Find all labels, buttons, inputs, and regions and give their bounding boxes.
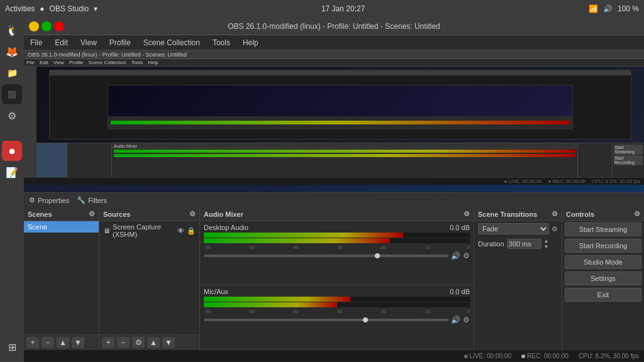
nested-inner-preview bbox=[50, 75, 631, 139]
desktop-audio-label: Desktop Audio bbox=[204, 224, 248, 231]
desktop-volume-slider[interactable] bbox=[204, 255, 448, 257]
nested-bottom-panels: Audio Mixer Start Streaming Start Record… bbox=[36, 143, 644, 177]
close-button[interactable] bbox=[54, 21, 64, 31]
volume-icon: 🔊 bbox=[603, 4, 613, 13]
sources-title: Sources bbox=[103, 211, 130, 218]
settings-button[interactable]: Settings bbox=[565, 272, 641, 285]
source-config-button[interactable]: ⚙ bbox=[132, 337, 145, 348]
audio-header-icons: ⚙ bbox=[464, 210, 470, 218]
exit-button[interactable]: Exit bbox=[565, 288, 641, 302]
terminal-icon[interactable]: ⬛ bbox=[2, 84, 22, 104]
filters-tab[interactable]: 🔧 Filters bbox=[77, 196, 107, 204]
nested-obs-preview bbox=[36, 67, 644, 143]
menu-view[interactable]: View bbox=[78, 37, 99, 48]
audio-title: Audio Mixer bbox=[204, 211, 243, 218]
menu-help[interactable]: Help bbox=[240, 37, 261, 48]
nested-audio-meters bbox=[112, 148, 577, 158]
studio-mode-button[interactable]: Studio Mode bbox=[565, 255, 641, 269]
nested-meter bbox=[111, 121, 569, 124]
firefox-icon[interactable]: 🦊 bbox=[2, 41, 22, 62]
gear-icon[interactable]: ⚙ bbox=[2, 106, 22, 126]
mic-audio-controls: 🔊 ⚙ bbox=[204, 315, 470, 324]
duration-spinner[interactable]: ▲▼ bbox=[544, 238, 549, 250]
transitions-panel-header: Scene Transitions ⚙ bbox=[474, 207, 562, 221]
properties-icon: ⚙ bbox=[29, 196, 35, 204]
source-add-button[interactable]: + bbox=[102, 337, 114, 348]
scene-add-button[interactable]: + bbox=[26, 337, 39, 348]
live-status: LIVE: 00:00:00 bbox=[464, 353, 511, 359]
obs-dot-icon: ● bbox=[40, 4, 44, 13]
system-tray: 📶 🔊 100 % bbox=[589, 4, 639, 13]
menu-profile[interactable]: Profile bbox=[107, 37, 133, 48]
battery-label[interactable]: 100 % bbox=[618, 4, 639, 13]
scenes-config-icon[interactable]: ⚙ bbox=[89, 210, 95, 218]
nested-meter-1 bbox=[114, 150, 575, 153]
nested-content: Audio Mixer Start Streaming Start Record… bbox=[24, 67, 644, 177]
app-menu-arrow[interactable]: ▾ bbox=[94, 4, 97, 13]
mic-volume-slider[interactable] bbox=[204, 319, 448, 321]
live-time: 00:00:00 bbox=[487, 353, 511, 359]
mic-aux-label: Mic/Aux bbox=[204, 288, 228, 295]
scene-item-scene[interactable]: Scene bbox=[24, 221, 99, 233]
source-down-button[interactable]: ▼ bbox=[162, 337, 175, 348]
scene-down-button[interactable]: ▼ bbox=[72, 337, 84, 348]
nested-screen-inner bbox=[49, 70, 631, 140]
live-dot bbox=[464, 354, 468, 358]
duration-input[interactable] bbox=[507, 239, 541, 249]
panels-row: Scenes ⚙ Scene + − ▲ ▼ Sources ⚙ bbox=[24, 207, 644, 349]
transitions-config-icon[interactable]: ⚙ bbox=[552, 210, 558, 218]
start-recording-button[interactable]: Start Recording bbox=[565, 239, 641, 253]
apps-grid-icon[interactable]: ⊞ bbox=[2, 337, 22, 357]
menu-file[interactable]: File bbox=[28, 37, 45, 48]
source-item-screen-capture[interactable]: 🖥 Screen Capture (XSHM) 👁 🔒 bbox=[99, 221, 199, 240]
mic-aux-level: 0.0 dB bbox=[450, 288, 470, 295]
mic-volume-thumb bbox=[363, 317, 368, 322]
controls-title: Controls bbox=[566, 211, 594, 218]
desktop-config-icon[interactable]: ⚙ bbox=[463, 251, 470, 260]
desktop-audio-controls: 🔊 ⚙ bbox=[204, 251, 470, 260]
desktop-audio-level: 0.0 dB bbox=[450, 224, 470, 231]
nested-main: Audio Mixer Start Streaming Start Record… bbox=[36, 67, 644, 177]
controls-config-icon[interactable]: ⚙ bbox=[634, 210, 640, 218]
transition-settings-icon[interactable]: ⚙ bbox=[552, 225, 558, 233]
activities-label[interactable]: Activities bbox=[5, 4, 35, 13]
audio-config-icon[interactable]: ⚙ bbox=[464, 210, 470, 218]
scene-remove-button[interactable]: − bbox=[42, 337, 54, 348]
sources-config-icon[interactable]: ⚙ bbox=[189, 210, 196, 218]
mic-meter-2-fill bbox=[204, 302, 337, 307]
obs-titlebar: OBS 26.1.0-modified (linux) - Profile: U… bbox=[24, 18, 644, 35]
desktop-audio-meters: -60-50-40-30-20-100 bbox=[204, 233, 470, 250]
scene-up-button[interactable]: ▲ bbox=[57, 337, 69, 348]
desktop-mute-icon[interactable]: 🔊 bbox=[451, 251, 460, 260]
obs-icon[interactable]: ⏺ bbox=[2, 141, 22, 161]
source-lock-icon[interactable]: 🔒 bbox=[187, 227, 196, 235]
mic-config-icon[interactable]: ⚙ bbox=[463, 315, 470, 324]
mic-aux-channel: Mic/Aux 0.0 dB -60-50-4 bbox=[200, 285, 474, 349]
scenes-footer: + − ▲ ▼ bbox=[24, 334, 99, 349]
scenes-panel: Scenes ⚙ Scene + − ▲ ▼ bbox=[24, 207, 99, 349]
app-name-label[interactable]: OBS Studio bbox=[50, 4, 89, 13]
properties-tab[interactable]: ⚙ Properties bbox=[29, 196, 69, 204]
source-up-button[interactable]: ▲ bbox=[147, 337, 160, 348]
menu-scene-collection[interactable]: Scene Collection bbox=[141, 37, 203, 48]
mic-meter-1 bbox=[204, 297, 470, 302]
source-eye-icon[interactable]: 👁 bbox=[177, 227, 184, 234]
obs-window: OBS 26.1.0-modified (linux) - Profile: U… bbox=[24, 18, 644, 362]
mic-mute-icon[interactable]: 🔊 bbox=[451, 315, 460, 324]
menu-tools[interactable]: Tools bbox=[210, 37, 233, 48]
mic-meter-row-1 bbox=[204, 297, 470, 302]
ubuntu-icon[interactable]: 🐧 bbox=[2, 20, 22, 40]
files-icon[interactable]: 📁 bbox=[2, 63, 22, 83]
live-label: LIVE: bbox=[470, 353, 485, 359]
minimize-button[interactable] bbox=[29, 21, 39, 31]
start-streaming-button[interactable]: Start Streaming bbox=[565, 222, 641, 236]
transition-type-select[interactable]: Fade Cut Swipe Slide bbox=[478, 223, 549, 234]
vscode-icon[interactable]: 📝 bbox=[2, 162, 22, 182]
scenes-panel-header: Scenes ⚙ bbox=[24, 207, 99, 221]
source-remove-button[interactable]: − bbox=[117, 337, 130, 348]
menu-edit[interactable]: Edit bbox=[52, 37, 70, 48]
scenes-title: Scenes bbox=[28, 211, 52, 218]
scenes-list: Scene bbox=[24, 221, 99, 334]
maximize-button[interactable] bbox=[42, 21, 52, 31]
obs-title: OBS 26.1.0-modified (linux) - Profile: U… bbox=[67, 22, 601, 31]
